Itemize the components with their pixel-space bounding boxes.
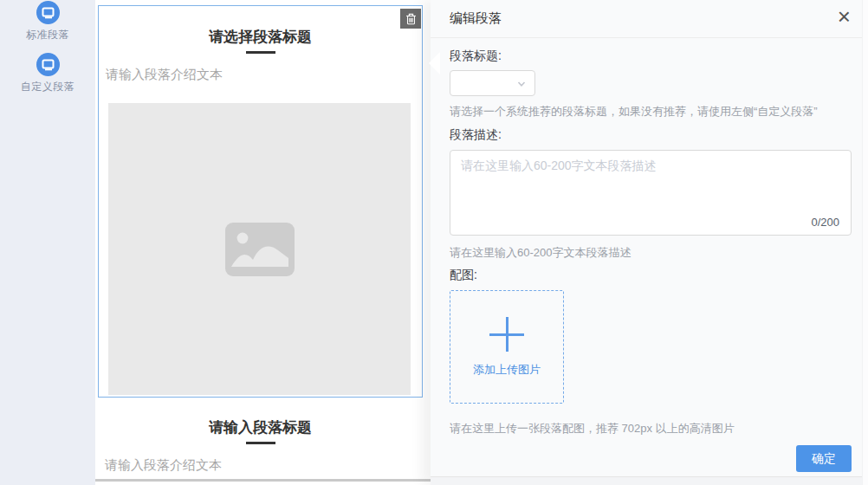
component-sidebar: 标准段落 自定义段落 (0, 0, 95, 485)
sidebar-item-label: 自定义段落 (0, 80, 95, 94)
trash-icon (405, 13, 417, 25)
preview-canvas: 请选择段落标题 请输入段落介绍文本 请输入段落标题 请输入段落介绍文本 (95, 0, 431, 485)
paragraph-title-hint: 请选择一个系统推荐的段落标题，如果没有推荐，请使用左侧“自定义段落” (450, 104, 818, 120)
card-title: 请选择段落标题 (99, 27, 422, 47)
image-hint: 请在这里上传一张段落配图，推荐 702px 以上的高清图片 (450, 421, 735, 436)
paragraph-card-selected[interactable]: 请选择段落标题 请输入段落介绍文本 (98, 5, 423, 398)
canvas-bottom-edge (95, 479, 431, 482)
char-counter: 0/200 (811, 216, 839, 229)
card-intro-placeholder: 请输入段落介绍文本 (106, 67, 415, 83)
paragraph-title-select[interactable] (450, 70, 535, 96)
paragraph-desc-hint: 请在这里输入60-200字文本段落描述 (450, 245, 631, 261)
plus-icon (489, 317, 524, 352)
monitor-icon (36, 53, 60, 76)
image-label: 配图: (450, 268, 477, 283)
card-title: 请输入段落标题 (98, 417, 423, 437)
panel-header: 编辑段落 × (431, 0, 868, 38)
paragraph-title-label: 段落标题: (450, 48, 502, 64)
delete-card-button[interactable] (400, 9, 421, 29)
card-intro-placeholder: 请输入段落介绍文本 (105, 457, 416, 474)
sidebar-item-custom-paragraph[interactable]: 自定义段落 (0, 53, 95, 94)
card-image-placeholder (108, 103, 411, 395)
panel-pointer-notch (429, 52, 440, 74)
monitor-icon (36, 1, 60, 24)
panel-footer-strip (431, 477, 868, 485)
paragraph-card-next[interactable]: 请输入段落标题 请输入段落介绍文本 (98, 398, 423, 482)
image-icon (224, 222, 295, 277)
edit-paragraph-panel: 编辑段落 × 段落标题: 请选择一个系统推荐的段落标题，如果没有推荐，请使用左侧… (431, 0, 868, 485)
paragraph-desc-textarea[interactable] (450, 150, 852, 236)
upload-image-button[interactable]: 添加上传图片 (450, 290, 564, 404)
title-underline (246, 51, 275, 54)
panel-scrollbar-track[interactable] (862, 0, 868, 485)
sidebar-item-standard-paragraph[interactable]: 标准段落 (0, 1, 95, 42)
sidebar-item-label: 标准段落 (0, 28, 95, 42)
upload-label: 添加上传图片 (473, 362, 541, 378)
close-icon[interactable]: × (838, 3, 851, 30)
title-underline (246, 442, 275, 444)
confirm-button[interactable]: 确定 (796, 445, 852, 472)
paragraph-desc-label: 段落描述: (450, 127, 502, 143)
paragraph-desc-wrap: 0/200 (450, 150, 852, 236)
panel-title: 编辑段落 (450, 10, 502, 27)
chevron-down-icon (515, 78, 528, 94)
